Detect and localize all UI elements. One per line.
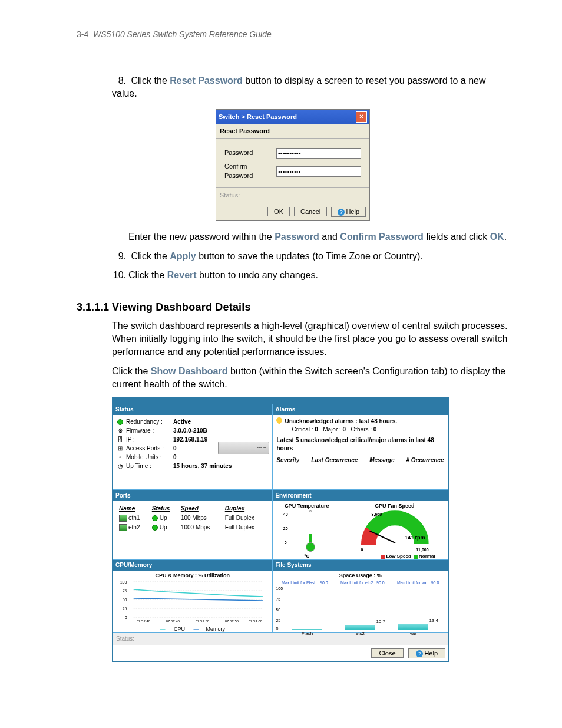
status-icon: ◔ xyxy=(117,463,124,470)
port-icon xyxy=(119,515,127,522)
reset-password-dialog: Switch > Reset Password × Reset Password… xyxy=(216,109,370,222)
help-icon: ? xyxy=(416,650,423,657)
page-header: 3-4 WS5100 Series Switch System Referenc… xyxy=(77,29,509,39)
dashboard-close-button[interactable]: Close xyxy=(371,648,403,658)
step-9: 9. Click the Apply button to save the up… xyxy=(112,250,509,263)
status-icon: 🗄 xyxy=(117,436,124,443)
status-panel: Status Redundancy :Active⚙Firmware :3.0.… xyxy=(113,404,272,490)
ports-panel: Ports Name Status Speed Duplex eth1Up100… xyxy=(113,490,272,559)
fan-speed-gauge: 141 rpm 0 11,000 3,660 xyxy=(361,510,429,552)
svg-text:75: 75 xyxy=(123,589,127,593)
confirm-password-input[interactable] xyxy=(276,166,361,177)
bulb-icon xyxy=(275,416,283,424)
after-dialog-para: Enter the new password within the Passwo… xyxy=(128,230,509,243)
apply-bold: Apply xyxy=(170,251,196,261)
dialog-titlebar: Switch > Reset Password × xyxy=(216,110,369,124)
status-icon xyxy=(117,419,124,426)
svg-text:07:53:00: 07:53:00 xyxy=(249,620,263,623)
svg-text:07:52:50: 07:52:50 xyxy=(196,620,210,623)
svg-text:07:52:40: 07:52:40 xyxy=(137,620,151,623)
file-systems-panel: File Systems Space Usage : % Max Limit f… xyxy=(272,559,448,633)
password-input[interactable] xyxy=(276,148,361,159)
svg-text:07:52:45: 07:52:45 xyxy=(166,620,180,623)
svg-text:25: 25 xyxy=(123,607,127,611)
cpu-memory-panel: CPU/Memory CPU & Memory : % Utilization … xyxy=(113,559,272,633)
dashboard-help-button[interactable]: ?Help xyxy=(408,648,445,658)
cpu-memory-chart: 100 75 50 25 0 07:52:40 07:52:45 07:52:5… xyxy=(115,579,269,623)
password-label: Password xyxy=(224,149,276,157)
fs-bar xyxy=(345,625,375,630)
environment-panel: Environment CPU Temperature 40 20 0 xyxy=(272,490,448,559)
dialog-title: Switch > Reset Password xyxy=(219,113,297,121)
page-number: 3-4 xyxy=(77,29,88,39)
para-1: The switch dashboard represents a high-l… xyxy=(112,319,509,359)
svg-text:0: 0 xyxy=(125,615,127,620)
port-row: eth1Up100 MbpsFull Duplex xyxy=(118,514,267,522)
revert-bold: Revert xyxy=(167,270,197,280)
show-dashboard-bold: Show Dashboard xyxy=(151,366,228,376)
dialog-status: Status: xyxy=(216,187,369,203)
port-row: eth2Up1000 MbpsFull Duplex xyxy=(118,523,267,532)
dashboard-screenshot: Status Redundancy :Active⚙Firmware :3.0.… xyxy=(112,397,449,662)
port-icon xyxy=(119,524,127,531)
svg-text:50: 50 xyxy=(123,598,127,602)
para-2: Click the Show Dashboard button (within … xyxy=(112,365,509,391)
step-8: 8. Click the Reset Password button to di… xyxy=(112,74,509,101)
alarms-panel: Alarms Unacknowledged alarms : last 48 h… xyxy=(272,404,448,490)
section-number: 3.1.1.1 xyxy=(77,300,112,315)
status-icon: ⚙ xyxy=(117,427,124,434)
dialog-subtitle: Reset Password xyxy=(216,124,369,139)
ok-button[interactable]: OK xyxy=(267,207,290,216)
status-row: Redundancy :Active xyxy=(117,418,268,426)
cancel-button[interactable]: Cancel xyxy=(294,207,327,216)
svg-text:07:52:55: 07:52:55 xyxy=(225,620,239,623)
fs-bar xyxy=(292,629,322,630)
reset-password-bold: Reset Password xyxy=(170,75,243,85)
file-systems-chart: 100 75 50 25 0 Flashetc210.7var13.4 xyxy=(286,587,443,630)
section-title: Viewing Dashboard Details xyxy=(112,300,251,315)
fs-bar xyxy=(398,624,428,630)
confirm-password-label: Confirm Password xyxy=(224,162,276,180)
status-row: ⚙Firmware :3.0.0.0-210B xyxy=(117,427,268,435)
close-icon[interactable]: × xyxy=(356,111,367,123)
status-icon: ⊞ xyxy=(117,445,124,452)
device-image xyxy=(218,442,269,454)
help-icon: ? xyxy=(338,209,345,216)
status-row: ▫Mobile Units :0 xyxy=(117,453,268,462)
status-icon: ▫ xyxy=(117,454,124,461)
svg-text:100: 100 xyxy=(120,580,127,584)
step-10: 10.Click the Revert button to undo any c… xyxy=(112,269,509,282)
doc-title: WS5100 Series Switch System Reference Gu… xyxy=(93,29,272,39)
thermometer-gauge xyxy=(305,510,315,552)
help-button[interactable]: ?Help xyxy=(331,207,366,217)
status-row: ◔Up Time :15 hours, 37 minutes xyxy=(117,462,268,470)
